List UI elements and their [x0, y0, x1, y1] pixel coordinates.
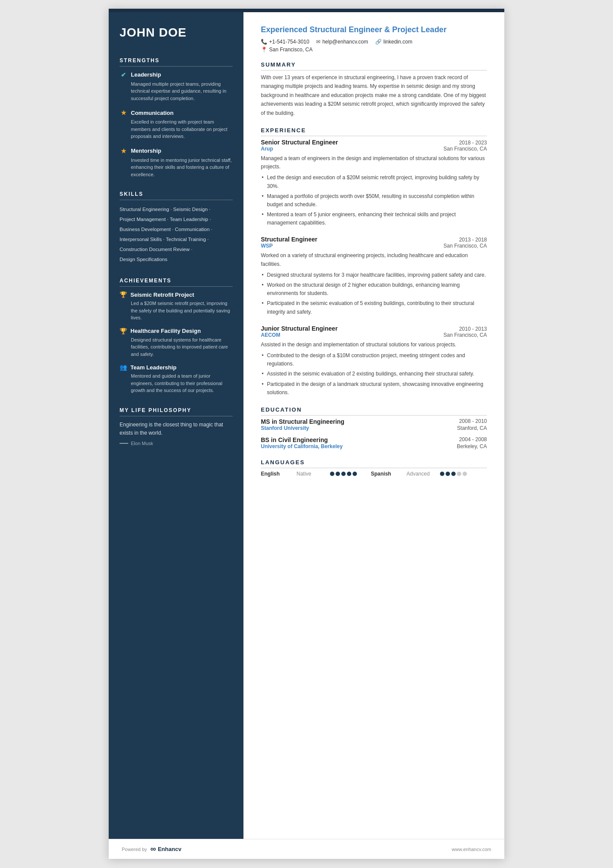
- strength-title: Leadership: [131, 71, 161, 78]
- edu-dates: 2004 - 2008: [459, 436, 487, 443]
- edu-location: Berkeley, CA: [457, 443, 487, 449]
- exp-company: Arup: [261, 146, 273, 152]
- strengths-section: STRENGTHS ✔ Leadership Managed multiple …: [120, 57, 233, 178]
- bullet-item: Designed structural systems for 3 major …: [261, 271, 487, 279]
- linkedin-url: linkedin.com: [383, 39, 413, 45]
- dot: [440, 472, 444, 476]
- dot: [451, 472, 456, 476]
- exp-dates: 2018 - 2023: [459, 140, 487, 146]
- edu-header: BS in Civil Engineering 2004 - 2008: [261, 436, 487, 443]
- bullet-item: Managed a portfolio of projects worth ov…: [261, 192, 487, 209]
- footer-logo: ∞ Enhancv: [150, 845, 181, 854]
- strengths-title: STRENGTHS: [120, 57, 233, 67]
- strength-title: Mentorship: [131, 147, 161, 154]
- philosophy-title: MY LIFE PHILOSOPHY: [120, 407, 233, 416]
- strength-header: ★ Mentorship: [120, 147, 233, 155]
- lang-english-dots: [330, 472, 357, 476]
- summary-title: SUMMARY: [261, 61, 487, 70]
- edu-subheader: University of California, Berkeley Berke…: [261, 443, 487, 449]
- skill-item: Design Specifications: [120, 255, 233, 265]
- edu-header: MS in Structural Engineering 2008 - 2010: [261, 418, 487, 425]
- achievement-header: 👥 Team Leadership: [120, 364, 233, 371]
- skills-title: SKILLS: [120, 191, 233, 200]
- exp-bullets: Designed structural systems for 3 major …: [261, 271, 487, 316]
- dot: [341, 472, 346, 476]
- trophy-icon-2: 🏆: [120, 328, 127, 335]
- dot: [330, 472, 334, 476]
- lang-english-name: English: [261, 471, 291, 477]
- lang-english-level: Native: [297, 471, 325, 477]
- star-icon: ★: [120, 109, 127, 117]
- achievement-desc: Led a $20M seismic retrofit project, imp…: [120, 300, 233, 322]
- bullet-item: Participated in the seismic evaluation o…: [261, 299, 487, 316]
- exp-item-structural: Structural Engineer 2013 - 2018 WSP San …: [261, 236, 487, 316]
- achievement-desc: Designed structural systems for healthca…: [120, 336, 233, 358]
- exp-item-junior: Junior Structural Engineer 2010 - 2013 A…: [261, 325, 487, 397]
- exp-desc: Assisted in the design and implementatio…: [261, 341, 487, 349]
- contact-location: 📍 San Francisco, CA: [261, 47, 487, 53]
- skill-item: Business Development · Communication ·: [120, 225, 233, 235]
- exp-subheader: WSP San Francisco, CA: [261, 243, 487, 249]
- resume-wrapper: JOHN DOE STRENGTHS ✔ Leadership Managed …: [109, 9, 504, 859]
- resume-body: JOHN DOE STRENGTHS ✔ Leadership Managed …: [109, 12, 504, 839]
- trophy-icon: 🏆: [120, 291, 127, 298]
- strength-header: ★ Communication: [120, 109, 233, 117]
- achievement-item-team: 👥 Team Leadership Mentored and guided a …: [120, 364, 233, 394]
- phone-number: +1-541-754-3010: [269, 39, 309, 45]
- strength-item-leadership: ✔ Leadership Managed multiple project te…: [120, 71, 233, 102]
- job-title: Experienced Structural Engineer & Projec…: [261, 25, 487, 34]
- lang-spanish-name: Spanish: [371, 471, 401, 477]
- contact-email: ✉ help@enhancv.com: [316, 39, 368, 45]
- skill-item: Project Management · Team Leadership ·: [120, 214, 233, 225]
- exp-dates: 2013 - 2018: [459, 237, 487, 243]
- bullet-item: Contributed to the design of a $10M cons…: [261, 352, 487, 368]
- edu-school: University of California, Berkeley: [261, 443, 343, 449]
- bullet-item: Mentored a team of 5 junior engineers, e…: [261, 211, 487, 227]
- edu-degree: MS in Structural Engineering: [261, 418, 344, 425]
- experience-title: EXPERIENCE: [261, 127, 487, 136]
- skill-item: Structural Engineering · Seismic Design …: [120, 204, 233, 214]
- achievement-header: 🏆 Healthcare Facility Design: [120, 328, 233, 335]
- philosophy-author: Elon Musk: [120, 441, 233, 446]
- strength-desc: Excelled in conferring with project team…: [120, 118, 233, 140]
- main-content: Experienced Structural Engineer & Projec…: [243, 12, 504, 839]
- exp-subheader: AECOM San Francisco, CA: [261, 332, 487, 338]
- star-icon-2: ★: [120, 147, 127, 155]
- edu-school: Stanford University: [261, 425, 309, 431]
- edu-dates: 2008 - 2010: [459, 418, 487, 425]
- languages-title: LANGUAGES: [261, 459, 487, 468]
- skill-item: Construction Document Review ·: [120, 245, 233, 255]
- languages-row: English Native Spanish Advanced: [261, 471, 487, 477]
- achievements-title: ACHIEVEMENTS: [120, 278, 233, 287]
- check-icon: ✔: [120, 71, 127, 79]
- bullet-item: Led the design and execution of a $20M s…: [261, 174, 487, 190]
- exp-header: Junior Structural Engineer 2010 - 2013: [261, 325, 487, 332]
- bullet-item: Worked on the structural design of 2 hig…: [261, 281, 487, 298]
- contact-row: 📞 +1-541-754-3010 ✉ help@enhancv.com 🔗 l…: [261, 39, 487, 45]
- exp-item-senior: Senior Structural Engineer 2018 - 2023 A…: [261, 139, 487, 228]
- education-title: EDUCATION: [261, 406, 487, 416]
- exp-job-title: Senior Structural Engineer: [261, 139, 338, 146]
- footer-left: Powered by ∞ Enhancv: [122, 845, 181, 854]
- strength-title: Communication: [131, 110, 173, 116]
- summary-text: With over 13 years of experience in stru…: [261, 73, 487, 117]
- strength-item-communication: ★ Communication Excelled in conferring w…: [120, 109, 233, 140]
- dot: [446, 472, 450, 476]
- exp-bullets: Contributed to the design of a $10M cons…: [261, 352, 487, 397]
- achievement-header: 🏆 Seismic Retrofit Project: [120, 291, 233, 298]
- brand-name: Enhancv: [158, 846, 181, 852]
- philosophy-text: Engineering is the closest thing to magi…: [120, 421, 233, 437]
- exp-header: Structural Engineer 2013 - 2018: [261, 236, 487, 243]
- strength-desc: Managed multiple project teams, providin…: [120, 80, 233, 102]
- achievement-title: Healthcare Facility Design: [130, 328, 201, 334]
- top-bar: [109, 9, 504, 12]
- strength-header: ✔ Leadership: [120, 71, 233, 79]
- exp-dates: 2010 - 2013: [459, 326, 487, 332]
- exp-location: San Francisco, CA: [443, 146, 487, 152]
- exp-bullets: Led the design and execution of a $20M s…: [261, 174, 487, 227]
- email-icon: ✉: [316, 39, 320, 45]
- dot: [463, 472, 467, 476]
- dot: [347, 472, 351, 476]
- skills-list: Structural Engineering · Seismic Design …: [120, 204, 233, 265]
- edu-subheader: Stanford University Stanford, CA: [261, 425, 487, 431]
